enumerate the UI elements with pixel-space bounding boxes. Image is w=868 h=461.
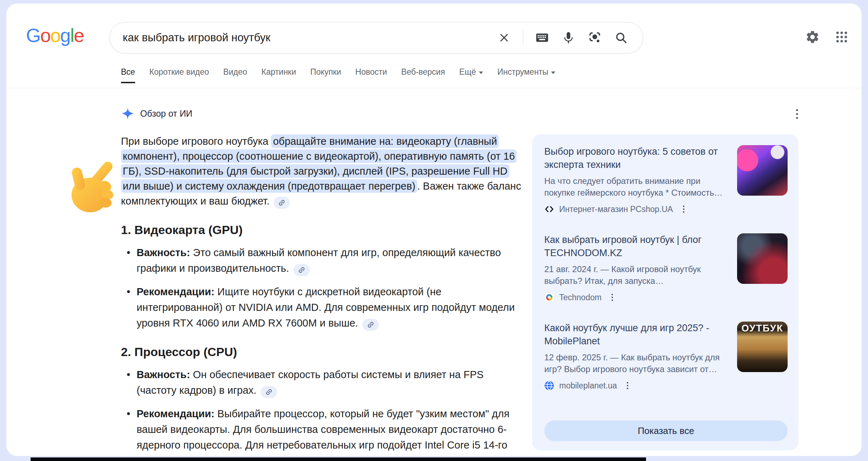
- show-all-button[interactable]: Показать все: [544, 420, 788, 441]
- code-icon: [544, 204, 554, 214]
- bullet-text: Важность: Это самый важный компонент для…: [137, 245, 522, 276]
- card-title[interactable]: Выбор игрового ноутбука: 5 советов от эк…: [544, 145, 728, 171]
- tab-more[interactable]: Ещё: [459, 67, 483, 83]
- card-snippet: 21 авг. 2024 г. — Какой игровой ноутбук …: [544, 263, 728, 287]
- card-thumbnail[interactable]: [737, 233, 788, 284]
- pointing-hand-emoji: [66, 158, 126, 218]
- microphone-icon: [562, 31, 575, 44]
- ai-overview-header: Обзор от ИИ: [121, 107, 192, 120]
- logo-letter: e: [74, 24, 84, 46]
- tab-tools[interactable]: Инструменты: [497, 67, 555, 83]
- bullet-text: Рекомендации: Ищите ноутбуки с дискретно…: [137, 284, 522, 331]
- logo-letter: g: [60, 24, 70, 46]
- search-bar-icons: [497, 30, 643, 46]
- google-logo[interactable]: Google: [26, 24, 84, 46]
- list-item: • Рекомендации: Ищите ноутбуки с дискрет…: [121, 284, 522, 331]
- lens-search-button[interactable]: [587, 30, 602, 45]
- ai-sparkle-icon: [121, 107, 134, 120]
- google-lens-icon: [588, 31, 602, 45]
- bullet-text: Важность: Он обеспечивает скорость работ…: [137, 367, 522, 398]
- tab-web[interactable]: Веб-версия: [401, 67, 445, 83]
- ai-intro-paragraph: При выборе игрового ноутбука обращайте в…: [121, 134, 522, 209]
- bullet-dot: •: [121, 245, 137, 276]
- tab-label: Короткие видео: [149, 67, 209, 77]
- clear-search-button[interactable]: [497, 30, 512, 45]
- section-heading-cpu: 2. Процессор (CPU): [121, 345, 522, 359]
- google-results-page: Google: [6, 4, 862, 456]
- card-text: Какой ноутбук лучше для игр 2025? - Mobi…: [544, 322, 728, 391]
- ai-sources-panel: Выбор игрового ноутбука: 5 советов от эк…: [532, 134, 798, 450]
- gear-icon: [805, 30, 820, 44]
- virtual-keyboard-button[interactable]: [535, 30, 550, 45]
- bullet-label: Рекомендации:: [137, 286, 215, 297]
- card-source-row: Technodom: [544, 292, 728, 302]
- logo-letter: l: [70, 24, 74, 46]
- ai-overview-menu-button[interactable]: [790, 107, 803, 121]
- card-text: Как выбрать игровой ноутбук | блог TECHN…: [544, 233, 728, 302]
- globe-icon: [544, 381, 554, 391]
- keyboard-icon: [535, 31, 549, 45]
- tab-label: Новости: [355, 67, 387, 77]
- bullet-label: Важность:: [137, 247, 190, 258]
- list-item: • Важность: Это самый важный компонент д…: [121, 245, 522, 276]
- tab-label: Видео: [223, 67, 247, 77]
- tab-videos[interactable]: Видео: [223, 67, 247, 83]
- logo-letter: o: [50, 24, 60, 46]
- close-icon: [498, 31, 510, 44]
- link-icon: [365, 319, 376, 330]
- card-source-row: mobileplanet.ua: [544, 381, 728, 391]
- cpu-bullet-list: • Важность: Он обеспечивает скорость раб…: [121, 367, 522, 456]
- tab-images[interactable]: Картинки: [261, 67, 296, 83]
- google-apps-button[interactable]: [834, 29, 850, 45]
- source-card-1[interactable]: Выбор игрового ноутбука: 5 советов от эк…: [544, 145, 788, 214]
- tab-label: Инструменты: [497, 67, 548, 77]
- bullet-label: Важность:: [137, 369, 190, 380]
- card-source-name: Technodom: [559, 293, 602, 302]
- logo-letter: G: [26, 24, 40, 46]
- search-icon: [614, 31, 628, 44]
- source-card-3[interactable]: Какой ноутбук лучше для игр 2025? - Mobi…: [544, 322, 788, 391]
- ai-overview-body: При выборе игрового ноутбука обращайте в…: [121, 134, 522, 456]
- link-icon: [276, 197, 287, 208]
- source-link-chip[interactable]: [274, 197, 290, 209]
- technodom-favicon: [544, 292, 554, 302]
- chevron-down-icon: [479, 71, 483, 74]
- voice-search-button[interactable]: [561, 30, 576, 45]
- search-bar[interactable]: [110, 22, 643, 53]
- bullet-dot: •: [121, 284, 137, 331]
- bullet-label: Рекомендации:: [137, 408, 215, 419]
- source-link-chip[interactable]: [293, 264, 310, 276]
- card-menu-button[interactable]: [682, 204, 686, 214]
- source-card-2[interactable]: Как выбрать игровой ноутбук | блог TECHN…: [544, 233, 788, 302]
- card-title[interactable]: Какой ноутбук лучше для игр 2025? - Mobi…: [544, 322, 728, 348]
- tab-label: Покупки: [310, 67, 341, 77]
- tab-shopping[interactable]: Покупки: [310, 67, 341, 83]
- tab-all[interactable]: Все: [121, 67, 135, 83]
- ai-overview-title: Обзор от ИИ: [140, 108, 192, 119]
- gpu-bullet-list: • Важность: Это самый важный компонент д…: [121, 245, 522, 331]
- search-submit-button[interactable]: [614, 30, 629, 45]
- settings-button[interactable]: [805, 29, 820, 45]
- bullet-dot: •: [121, 367, 137, 398]
- card-source-name: mobileplanet.ua: [559, 381, 617, 391]
- source-link-chip[interactable]: [362, 319, 379, 331]
- tab-short-videos[interactable]: Короткие видео: [149, 67, 209, 83]
- tab-news[interactable]: Новости: [355, 67, 387, 83]
- card-menu-button[interactable]: [610, 292, 614, 302]
- card-thumbnail[interactable]: [737, 145, 788, 196]
- tabs-divider: [6, 88, 862, 88]
- header-actions: [805, 29, 850, 45]
- thumbnail-caption: ОУТБУК: [737, 323, 788, 334]
- source-link-chip[interactable]: [261, 386, 277, 398]
- bullet-body: Это самый важный компонент для игр, опре…: [137, 247, 501, 274]
- card-menu-button[interactable]: [625, 381, 630, 391]
- search-input[interactable]: [110, 31, 497, 44]
- list-item: • Важность: Он обеспечивает скорость раб…: [121, 367, 522, 398]
- card-title[interactable]: Как выбрать игровой ноутбук | блог TECHN…: [544, 233, 728, 260]
- search-bar-divider: [523, 30, 523, 46]
- card-thumbnail[interactable]: ОУТБУК: [737, 322, 788, 372]
- link-icon: [296, 264, 307, 275]
- list-item: • Рекомендации: Выбирайте процессор, кот…: [121, 406, 522, 456]
- card-snippet: На что следует обратить внимание при пок…: [544, 175, 728, 198]
- card-text: Выбор игрового ноутбука: 5 советов от эк…: [544, 145, 728, 214]
